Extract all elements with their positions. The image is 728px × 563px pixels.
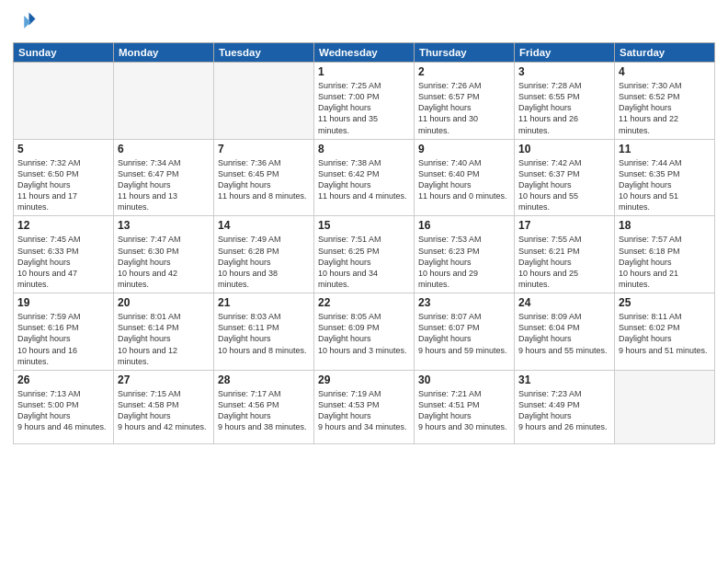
day-number: 11 [619,143,711,155]
day-number: 23 [418,296,510,309]
day-number: 4 [619,65,711,78]
calendar-cell: 9Sunrise: 7:40 AMSunset: 6:40 PMDaylight… [415,139,515,216]
day-number: 29 [318,373,410,386]
day-info: Sunrise: 7:26 AMSunset: 6:57 PMDaylight … [418,80,510,136]
day-info: Sunrise: 7:13 AMSunset: 5:00 PMDaylight … [17,388,109,433]
calendar-cell: 5Sunrise: 7:32 AMSunset: 6:50 PMDaylight… [14,139,114,216]
weekday-thursday: Thursday [415,43,515,63]
calendar-cell: 23Sunrise: 8:07 AMSunset: 6:07 PMDayligh… [415,293,515,371]
calendar-cell: 17Sunrise: 7:55 AMSunset: 6:21 PMDayligh… [515,216,615,293]
day-number: 10 [518,143,610,155]
day-info: Sunrise: 7:42 AMSunset: 6:37 PMDaylight … [518,157,610,213]
calendar-cell: 25Sunrise: 8:11 AMSunset: 6:02 PMDayligh… [615,293,715,371]
day-info: Sunrise: 7:40 AMSunset: 6:40 PMDaylight … [418,157,510,202]
calendar-cell [615,370,715,443]
weekday-sunday: Sunday [14,43,114,63]
calendar-cell: 7Sunrise: 7:36 AMSunset: 6:45 PMDaylight… [214,139,314,216]
week-row-4: 19Sunrise: 7:59 AMSunset: 6:16 PMDayligh… [14,293,715,371]
calendar-cell: 26Sunrise: 7:13 AMSunset: 5:00 PMDayligh… [14,370,114,443]
day-info: Sunrise: 7:53 AMSunset: 6:23 PMDaylight … [418,234,510,290]
calendar-cell: 6Sunrise: 7:34 AMSunset: 6:47 PMDaylight… [114,139,214,216]
calendar-cell: 18Sunrise: 7:57 AMSunset: 6:18 PMDayligh… [615,216,715,293]
day-number: 16 [418,219,510,232]
day-number: 13 [118,219,210,232]
calendar-cell: 30Sunrise: 7:21 AMSunset: 4:51 PMDayligh… [415,370,515,443]
calendar-cell: 21Sunrise: 8:03 AMSunset: 6:11 PMDayligh… [214,293,314,371]
day-number: 21 [218,296,310,309]
day-number: 30 [418,373,510,386]
day-number: 19 [17,296,109,309]
day-info: Sunrise: 7:36 AMSunset: 6:45 PMDaylight … [218,157,310,202]
day-info: Sunrise: 7:45 AMSunset: 6:33 PMDaylight … [17,234,109,290]
weekday-wednesday: Wednesday [314,43,415,63]
day-number: 18 [619,219,711,232]
calendar-cell: 15Sunrise: 7:51 AMSunset: 6:25 PMDayligh… [314,216,415,293]
day-info: Sunrise: 7:15 AMSunset: 4:58 PMDaylight … [118,388,210,433]
calendar-cell: 12Sunrise: 7:45 AMSunset: 6:33 PMDayligh… [14,216,114,293]
weekday-friday: Friday [515,43,615,63]
day-info: Sunrise: 8:01 AMSunset: 6:14 PMDaylight … [118,311,210,367]
day-number: 2 [418,65,510,78]
weekday-header-row: SundayMondayTuesdayWednesdayThursdayFrid… [14,43,715,63]
calendar-cell: 13Sunrise: 7:47 AMSunset: 6:30 PMDayligh… [114,216,214,293]
calendar-cell [114,63,214,140]
svg-marker-0 [29,13,36,26]
day-info: Sunrise: 8:07 AMSunset: 6:07 PMDaylight … [418,311,510,356]
day-number: 14 [218,219,310,232]
day-info: Sunrise: 8:03 AMSunset: 6:11 PMDaylight … [218,311,310,356]
week-row-2: 5Sunrise: 7:32 AMSunset: 6:50 PMDaylight… [14,139,715,216]
day-info: Sunrise: 7:17 AMSunset: 4:56 PMDaylight … [218,388,310,433]
day-info: Sunrise: 7:28 AMSunset: 6:55 PMDaylight … [518,80,610,136]
day-number: 1 [318,65,410,78]
calendar-cell: 8Sunrise: 7:38 AMSunset: 6:42 PMDaylight… [314,139,415,216]
day-info: Sunrise: 7:25 AMSunset: 7:00 PMDaylight … [318,80,410,136]
calendar-cell: 3Sunrise: 7:28 AMSunset: 6:55 PMDaylight… [515,63,615,140]
calendar-cell: 16Sunrise: 7:53 AMSunset: 6:23 PMDayligh… [415,216,515,293]
calendar-cell: 11Sunrise: 7:44 AMSunset: 6:35 PMDayligh… [615,139,715,216]
day-number: 31 [518,373,610,386]
calendar-cell: 28Sunrise: 7:17 AMSunset: 4:56 PMDayligh… [214,370,314,443]
header [13,9,715,35]
day-number: 27 [118,373,210,386]
calendar-cell: 1Sunrise: 7:25 AMSunset: 7:00 PMDaylight… [314,63,415,140]
day-number: 3 [518,65,610,78]
day-number: 6 [118,143,210,155]
day-info: Sunrise: 7:44 AMSunset: 6:35 PMDaylight … [619,157,711,213]
calendar-cell [214,63,314,140]
calendar-cell: 20Sunrise: 8:01 AMSunset: 6:14 PMDayligh… [114,293,214,371]
day-number: 24 [518,296,610,309]
day-info: Sunrise: 7:30 AMSunset: 6:52 PMDaylight … [619,80,711,136]
day-number: 9 [418,143,510,155]
day-number: 12 [17,219,109,232]
week-row-3: 12Sunrise: 7:45 AMSunset: 6:33 PMDayligh… [14,216,715,293]
day-info: Sunrise: 7:19 AMSunset: 4:53 PMDaylight … [318,388,410,433]
day-number: 28 [218,373,310,386]
calendar-cell [14,63,114,140]
calendar-cell: 29Sunrise: 7:19 AMSunset: 4:53 PMDayligh… [314,370,415,443]
day-number: 8 [318,143,410,155]
day-info: Sunrise: 7:34 AMSunset: 6:47 PMDaylight … [118,157,210,213]
page: SundayMondayTuesdayWednesdayThursdayFrid… [0,0,728,563]
logo [13,9,42,35]
day-info: Sunrise: 7:47 AMSunset: 6:30 PMDaylight … [118,234,210,290]
day-number: 15 [318,219,410,232]
day-info: Sunrise: 7:51 AMSunset: 6:25 PMDaylight … [318,234,410,290]
week-row-5: 26Sunrise: 7:13 AMSunset: 5:00 PMDayligh… [14,370,715,443]
day-number: 26 [17,373,109,386]
calendar-cell: 24Sunrise: 8:09 AMSunset: 6:04 PMDayligh… [515,293,615,371]
calendar-cell: 14Sunrise: 7:49 AMSunset: 6:28 PMDayligh… [214,216,314,293]
day-info: Sunrise: 8:09 AMSunset: 6:04 PMDaylight … [518,311,610,356]
day-info: Sunrise: 7:38 AMSunset: 6:42 PMDaylight … [318,157,410,202]
day-number: 7 [218,143,310,155]
weekday-tuesday: Tuesday [214,43,314,63]
weekday-monday: Monday [114,43,214,63]
calendar-table: SundayMondayTuesdayWednesdayThursdayFrid… [13,42,715,444]
day-number: 20 [118,296,210,309]
day-info: Sunrise: 7:32 AMSunset: 6:50 PMDaylight … [17,157,109,213]
day-number: 5 [17,143,109,155]
logo-icon [13,9,39,35]
day-number: 17 [518,219,610,232]
calendar-cell: 2Sunrise: 7:26 AMSunset: 6:57 PMDaylight… [415,63,515,140]
calendar-cell: 27Sunrise: 7:15 AMSunset: 4:58 PMDayligh… [114,370,214,443]
day-info: Sunrise: 7:23 AMSunset: 4:49 PMDaylight … [518,388,610,433]
